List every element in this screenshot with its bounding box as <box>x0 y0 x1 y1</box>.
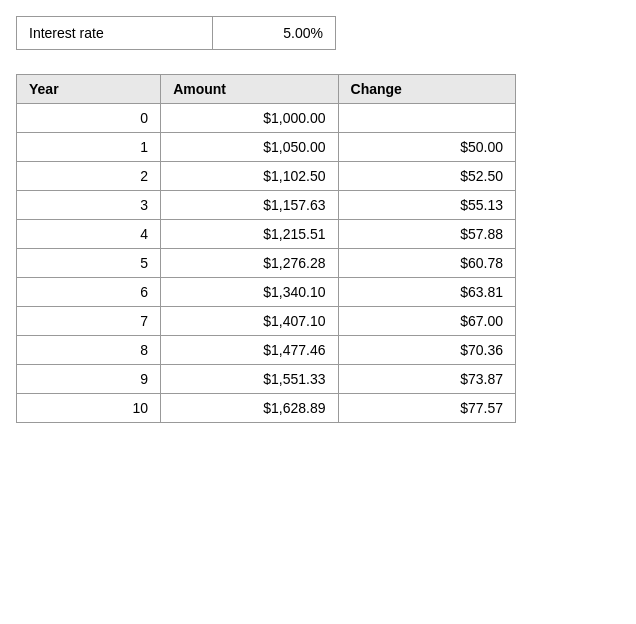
cell-amount: $1,551.33 <box>161 365 338 394</box>
cell-year: 1 <box>17 133 161 162</box>
cell-amount: $1,157.63 <box>161 191 338 220</box>
table-row: 10$1,628.89$77.57 <box>17 394 516 423</box>
cell-amount: $1,276.28 <box>161 249 338 278</box>
cell-amount: $1,477.46 <box>161 336 338 365</box>
main-data-table: Year Amount Change 0$1,000.001$1,050.00$… <box>16 74 516 423</box>
table-row: 3$1,157.63$55.13 <box>17 191 516 220</box>
cell-year: 5 <box>17 249 161 278</box>
cell-amount: $1,628.89 <box>161 394 338 423</box>
header-amount: Amount <box>161 75 338 104</box>
cell-amount: $1,000.00 <box>161 104 338 133</box>
cell-change: $77.57 <box>338 394 515 423</box>
table-row: 5$1,276.28$60.78 <box>17 249 516 278</box>
cell-amount: $1,407.10 <box>161 307 338 336</box>
cell-amount: $1,050.00 <box>161 133 338 162</box>
header-year: Year <box>17 75 161 104</box>
table-row: 0$1,000.00 <box>17 104 516 133</box>
interest-rate-label: Interest rate <box>17 17 213 50</box>
cell-change: $52.50 <box>338 162 515 191</box>
table-row: 6$1,340.10$63.81 <box>17 278 516 307</box>
cell-change: $67.00 <box>338 307 515 336</box>
cell-year: 2 <box>17 162 161 191</box>
cell-change: $70.36 <box>338 336 515 365</box>
cell-change: $50.00 <box>338 133 515 162</box>
cell-year: 8 <box>17 336 161 365</box>
table-row: 9$1,551.33$73.87 <box>17 365 516 394</box>
cell-change: $63.81 <box>338 278 515 307</box>
header-change: Change <box>338 75 515 104</box>
cell-change: $73.87 <box>338 365 515 394</box>
cell-change <box>338 104 515 133</box>
interest-rate-value: 5.00% <box>213 17 336 50</box>
cell-amount: $1,215.51 <box>161 220 338 249</box>
table-row: 2$1,102.50$52.50 <box>17 162 516 191</box>
table-row: 8$1,477.46$70.36 <box>17 336 516 365</box>
table-row: 7$1,407.10$67.00 <box>17 307 516 336</box>
cell-year: 4 <box>17 220 161 249</box>
table-header-row: Year Amount Change <box>17 75 516 104</box>
interest-rate-table: Interest rate 5.00% <box>16 16 336 50</box>
cell-year: 6 <box>17 278 161 307</box>
cell-year: 10 <box>17 394 161 423</box>
cell-year: 3 <box>17 191 161 220</box>
cell-change: $55.13 <box>338 191 515 220</box>
cell-year: 9 <box>17 365 161 394</box>
cell-year: 7 <box>17 307 161 336</box>
cell-amount: $1,340.10 <box>161 278 338 307</box>
cell-change: $60.78 <box>338 249 515 278</box>
cell-change: $57.88 <box>338 220 515 249</box>
table-row: 1$1,050.00$50.00 <box>17 133 516 162</box>
table-row: 4$1,215.51$57.88 <box>17 220 516 249</box>
cell-amount: $1,102.50 <box>161 162 338 191</box>
cell-year: 0 <box>17 104 161 133</box>
